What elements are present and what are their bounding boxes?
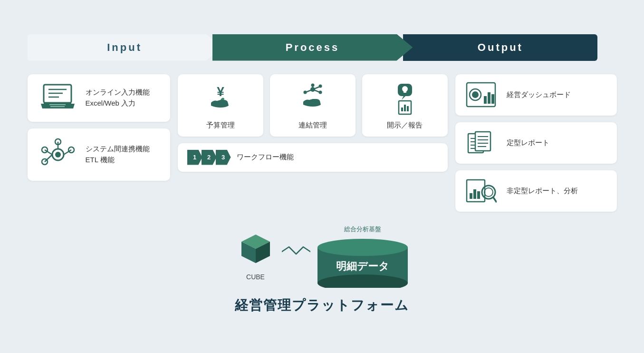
bottom-section: CUBE 総合分析基盤 明細データ	[28, 225, 617, 314]
report-icon-container	[465, 130, 498, 156]
svg-point-23	[311, 83, 314, 87]
cube-container: CUBE	[234, 232, 277, 281]
svg-point-27	[306, 101, 319, 106]
output-label: Output	[478, 41, 523, 54]
database-container: 総合分析基盤 明細データ	[315, 225, 410, 288]
step-2: 2	[202, 150, 217, 165]
consolidation-icon	[296, 83, 329, 116]
standard-report-card: 定型レポート	[455, 122, 617, 164]
workflow-steps: 1 2 3	[187, 150, 230, 165]
header-banner: Input Process Output	[28, 34, 617, 61]
svg-rect-46	[475, 132, 490, 151]
svg-point-26	[318, 84, 322, 88]
disclosure-card: 開示／報告	[362, 74, 448, 137]
adhoc-report-card: 非定型レポート、分析	[455, 170, 617, 212]
process-column: ¥ 予算管理	[178, 74, 448, 212]
etl-line1: システム間連携機能	[86, 145, 159, 154]
svg-point-24	[318, 90, 322, 94]
db-label-top: 総合分析基盤	[344, 225, 381, 234]
svg-rect-30	[404, 91, 406, 93]
network-icon-container	[39, 138, 77, 171]
online-input-text: オンライン入力機能 Excel/Web 入力	[86, 88, 159, 108]
budget-card: ¥ 予算管理	[178, 74, 263, 137]
svg-rect-39	[488, 92, 490, 104]
cube-3d-icon	[234, 232, 277, 270]
database-icon: 明細データ	[315, 235, 410, 288]
laptop-icon-container	[39, 84, 77, 112]
workflow-label: ワークフロー機能	[237, 153, 294, 162]
svg-point-63	[317, 239, 408, 256]
etl-card: システム間連携機能 ETL 機能	[28, 128, 170, 181]
adhoc-icon-container	[465, 178, 498, 204]
disclosure-icon	[388, 83, 422, 116]
svg-point-56	[484, 188, 493, 196]
svg-text:¥: ¥	[217, 84, 224, 99]
svg-point-37	[472, 91, 479, 98]
disclosure-label: 開示／報告	[387, 121, 423, 130]
svg-rect-53	[473, 189, 476, 199]
bottom-title: 経営管理プラットフォーム	[235, 296, 409, 314]
process-label: Process	[286, 41, 340, 54]
dashboard-icon-container	[465, 82, 498, 108]
step-1: 1	[187, 150, 202, 165]
svg-rect-54	[477, 191, 480, 199]
dashboard-card: 経営ダッシュボード	[455, 74, 617, 116]
svg-point-25	[303, 90, 307, 94]
input-label: Input	[107, 41, 142, 54]
online-input-line2: Excel/Web 入力	[86, 99, 159, 108]
etl-line2: ETL 機能	[86, 156, 159, 165]
input-column: オンライン入力機能 Excel/Web 入力	[28, 74, 170, 212]
budget-icon: ¥	[204, 83, 237, 116]
svg-point-29	[402, 86, 408, 92]
online-input-card: オンライン入力機能 Excel/Web 入力	[28, 74, 170, 122]
svg-text:明細データ: 明細データ	[336, 260, 389, 272]
svg-point-22	[310, 87, 315, 92]
workflow-card: 1 2 3 ワークフロー機能	[178, 143, 448, 172]
etl-text: システム間連携機能 ETL 機能	[86, 145, 159, 165]
cube-db-row: CUBE 総合分析基盤 明細データ	[234, 225, 410, 288]
consolidation-card: 連結管理	[270, 74, 356, 137]
banner-process: Process	[212, 34, 413, 61]
svg-rect-33	[404, 105, 406, 111]
svg-line-57	[493, 197, 496, 202]
svg-point-7	[55, 152, 61, 157]
svg-line-9	[45, 155, 52, 162]
main-container: Input Process Output	[13, 25, 631, 329]
dashboard-label: 経営ダッシュボード	[507, 90, 571, 99]
svg-rect-40	[491, 94, 494, 104]
banner-input: Input	[28, 34, 222, 61]
svg-rect-34	[407, 106, 409, 111]
standard-report-icon	[466, 130, 497, 156]
dashboard-icon	[466, 82, 497, 108]
banner-output: Output	[403, 34, 597, 61]
network-icon	[39, 138, 77, 171]
standard-report-label: 定型レポート	[507, 138, 549, 147]
budget-label: 予算管理	[206, 121, 235, 130]
online-input-line1: オンライン入力機能	[86, 88, 159, 97]
consolidation-label: 連結管理	[298, 121, 327, 130]
laptop-icon	[40, 84, 76, 112]
adhoc-report-icon	[466, 178, 497, 204]
cube-label: CUBE	[246, 273, 265, 281]
output-column: 経営ダッシュボード	[455, 74, 617, 212]
content-row: オンライン入力機能 Excel/Web 入力	[28, 74, 617, 212]
step-3: 3	[216, 150, 231, 165]
svg-rect-52	[470, 193, 472, 199]
svg-rect-38	[484, 96, 487, 104]
svg-rect-32	[401, 108, 403, 111]
adhoc-report-label: 非定型レポート、分析	[507, 186, 578, 196]
connector-icon	[282, 245, 310, 259]
process-top-row: ¥ 予算管理	[178, 74, 448, 137]
